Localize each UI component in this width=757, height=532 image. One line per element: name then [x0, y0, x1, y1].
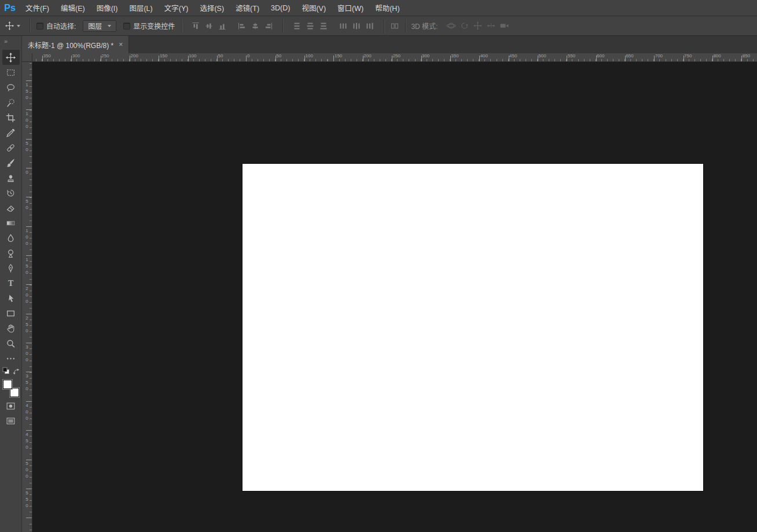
pen-icon	[6, 263, 16, 273]
align-right-edges-button[interactable]	[262, 19, 275, 33]
menu-bar: Ps 文件(F)编辑(E)图像(I)图层(L)文字(Y)选择(S)滤镜(T)3D…	[0, 0, 757, 16]
3d-camera-icon	[499, 21, 509, 31]
history-brush-tool[interactable]	[2, 185, 20, 200]
horizontal-ruler[interactable]: 3503002502001501005005010015020025030035…	[32, 53, 757, 62]
hand-tool[interactable]	[2, 321, 20, 336]
separator	[384, 19, 384, 33]
rectangle-tool[interactable]	[2, 306, 20, 321]
distribute-bottom-icon	[319, 21, 328, 31]
vertical-ruler[interactable]: 1501005005010015020025030035040045050055…	[22, 62, 32, 532]
menu-item[interactable]: 文件(F)	[20, 0, 55, 16]
menu-item[interactable]: 文字(Y)	[159, 0, 194, 16]
separator	[282, 19, 283, 33]
ruler-label: 50	[23, 199, 32, 228]
distribute-top-edges-button[interactable]	[291, 19, 303, 33]
move-tool[interactable]	[2, 50, 20, 65]
ruler-label: 50	[276, 53, 305, 59]
menu-item[interactable]: 3D(D)	[265, 0, 296, 16]
rectangular-marquee-tool[interactable]	[2, 65, 20, 80]
clone-stamp-tool[interactable]	[2, 170, 20, 185]
screen-mode-icon	[6, 416, 16, 426]
background-color-swatch[interactable]	[10, 388, 19, 397]
3d-camera-button[interactable]	[498, 19, 510, 33]
ruler-label: 650	[626, 53, 655, 59]
3d-pan-button[interactable]	[471, 19, 484, 33]
auto-select-target-value: 图层	[88, 21, 102, 31]
ruler-label: 500	[538, 53, 567, 59]
menu-item[interactable]: 视图(V)	[296, 0, 332, 16]
eraser-tool[interactable]	[2, 200, 20, 215]
3d-slide-button[interactable]	[484, 19, 497, 33]
distribute-bottom-edges-button[interactable]	[317, 19, 330, 33]
zoom-tool[interactable]	[2, 336, 20, 351]
pen-tool[interactable]	[2, 261, 20, 276]
align-top-icon	[191, 21, 200, 31]
distribute-vertical-centers-button[interactable]	[304, 19, 317, 33]
vertical-ruler-labels: 1501005005010015020025030035040045050055…	[22, 62, 32, 532]
align-bottom-edges-button[interactable]	[216, 19, 229, 33]
align-vertical-centers-button[interactable]	[203, 19, 215, 33]
auto-select-checkbox[interactable]	[36, 23, 43, 30]
chevron-down-icon	[17, 25, 20, 27]
align-horizontal-centers-button[interactable]	[249, 19, 262, 33]
eraser-icon	[6, 203, 16, 213]
3d-pan-icon	[473, 21, 483, 31]
ruler-label: 500	[23, 461, 32, 490]
align-top-edges-button[interactable]	[189, 19, 202, 33]
align-left-icon	[237, 21, 247, 31]
path-selection-tool[interactable]	[2, 291, 20, 306]
spot-healing-brush-tool[interactable]	[2, 140, 20, 155]
3d-roll-button[interactable]	[458, 19, 471, 33]
water-drop-icon	[6, 233, 16, 243]
menu-item[interactable]: 图像(I)	[91, 0, 124, 16]
marquee-icon	[6, 68, 16, 78]
show-transform-checkbox[interactable]	[123, 23, 130, 30]
menu-item[interactable]: 滤镜(T)	[230, 0, 265, 16]
swap-colors-button[interactable]	[12, 367, 20, 377]
ruler-label: 50	[218, 53, 247, 59]
show-transform-option[interactable]: 显示变换控件	[123, 21, 175, 31]
auto-select-option[interactable]: 自动选择:	[36, 21, 76, 31]
menu-item[interactable]: 窗口(W)	[332, 0, 369, 16]
document-canvas[interactable]	[242, 164, 703, 491]
distribute-left-edges-button[interactable]	[337, 19, 350, 33]
menu-item[interactable]: 帮助(H)	[369, 0, 405, 16]
screen-mode-button[interactable]	[2, 413, 20, 428]
dodge-icon	[6, 248, 16, 258]
show-transform-label: 显示变换控件	[133, 21, 175, 31]
panel-collapse-button[interactable]: »	[0, 36, 21, 45]
quick-mask-button[interactable]	[2, 398, 20, 413]
distribute-right-edges-button[interactable]	[363, 19, 376, 33]
lasso-tool[interactable]	[2, 80, 20, 95]
menu-item[interactable]: 编辑(E)	[55, 0, 91, 16]
crop-tool[interactable]	[2, 110, 20, 125]
document-tab[interactable]: 未标题-1 @ 100%(RGB/8) * ×	[22, 36, 129, 53]
eyedropper-tool[interactable]	[2, 125, 20, 140]
align-left-edges-button[interactable]	[236, 19, 248, 33]
foreground-color-swatch[interactable]	[3, 380, 12, 389]
type-tool[interactable]: T	[2, 276, 20, 291]
distribute-horizontal-centers-button[interactable]	[350, 19, 363, 33]
auto-align-layers-button[interactable]	[388, 19, 401, 33]
edit-toolbar-button[interactable]	[2, 351, 20, 366]
ruler-label: 100	[23, 111, 32, 140]
3d-rotate-icon	[446, 21, 456, 31]
brush-tool[interactable]	[2, 155, 20, 170]
ruler-label: 300	[422, 53, 451, 59]
gradient-tool[interactable]	[2, 215, 20, 230]
align-group-2	[236, 19, 275, 33]
blur-tool[interactable]	[2, 230, 20, 245]
close-icon[interactable]: ×	[119, 41, 123, 49]
auto-select-target-dropdown[interactable]: 图层	[83, 20, 116, 32]
3d-rotate-button[interactable]	[444, 19, 457, 33]
menu-item[interactable]: 图层(L)	[123, 0, 158, 16]
ruler-label: 150	[23, 257, 32, 286]
dodge-tool[interactable]	[2, 245, 20, 261]
tool-preset-picker[interactable]	[0, 21, 25, 30]
ruler-label: 0	[23, 170, 32, 199]
tool-panel: » T	[0, 36, 22, 532]
default-colors-button[interactable]	[2, 367, 10, 377]
menu-item[interactable]: 选择(S)	[194, 0, 230, 16]
ruler-label: 400	[480, 53, 509, 59]
quick-selection-tool[interactable]	[2, 95, 20, 110]
